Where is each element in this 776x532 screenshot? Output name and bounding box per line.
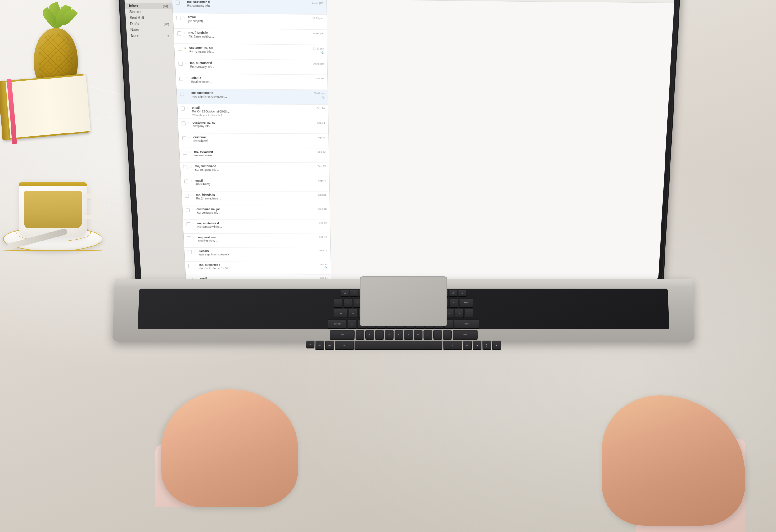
sidebar-item-drafts[interactable]: Drafts (10)	[126, 21, 173, 27]
key-space[interactable]	[355, 341, 442, 350]
mail-item-14[interactable]: ☆ me, friends in Re: 2 new notifica ... …	[182, 191, 330, 205]
mail-item-18[interactable]: ☆ Join us New Sign-in on Computer ... Se…	[184, 247, 331, 261]
mail-star-5[interactable]: ☆	[185, 62, 188, 65]
mail-item-19[interactable]: ☆ me, customer d Re: On 11 Sep at 11:00.…	[185, 261, 331, 275]
mail-star-15[interactable]: ☆	[192, 208, 195, 211]
key-fn[interactable]: fn	[307, 341, 315, 348]
mail-item-10[interactable]: ☆ customer (no subject) Sep 23	[179, 134, 329, 148]
key-comma[interactable]: ,	[423, 330, 432, 339]
mail-item-3[interactable]: ☆ me, friends in Re: 2 new notifica ... …	[174, 29, 327, 45]
mail-checkbox-18[interactable]	[188, 250, 192, 254]
mail-checkbox-7[interactable]	[180, 92, 184, 96]
mail-checkbox-6[interactable]	[179, 77, 183, 81]
mail-item-8[interactable]: ☆ email Re: On 23 October at 09:00,... W…	[177, 104, 328, 120]
mail-item-1[interactable]: ☆ me, customer d Re: company info ... 11…	[172, 0, 327, 15]
key-rbracket[interactable]: ]	[455, 309, 464, 318]
mail-checkbox-17[interactable]	[187, 236, 191, 240]
key-return[interactable]: return	[454, 319, 479, 328]
mail-checkbox-2[interactable]	[176, 16, 181, 20]
key-equals[interactable]: =	[449, 298, 458, 307]
key-delete[interactable]: delete	[459, 298, 473, 307]
key-tab[interactable]: tab	[334, 309, 348, 318]
key-period[interactable]: .	[433, 330, 442, 339]
key-esc[interactable]: esc	[341, 290, 349, 297]
key-f12[interactable]: 🔊	[449, 290, 457, 297]
mail-item-17[interactable]: ☆ me, customer Meeting today ... Sep 15	[184, 233, 330, 248]
key-cmd-left[interactable]: ⌘	[335, 341, 354, 350]
key-caps[interactable]: caps lock	[328, 319, 347, 328]
key-shift-right[interactable]: shift	[452, 330, 478, 339]
mail-checkbox-8[interactable]	[181, 107, 185, 111]
key-v[interactable]: V	[385, 330, 393, 339]
key-arrow-right[interactable]: ▶	[492, 341, 501, 350]
mail-item-5[interactable]: ☆ me, customer d Re: company info ... 10…	[175, 59, 328, 75]
key-arrow-updown[interactable]: ▲▼	[482, 341, 492, 350]
mail-checkbox-12[interactable]	[183, 165, 187, 169]
sidebar-item-starred[interactable]: Starred	[125, 9, 173, 15]
key-c[interactable]: C	[375, 330, 384, 339]
sidebar-item-notes[interactable]: Notes	[126, 27, 174, 33]
mail-star-11[interactable]: ☆	[189, 151, 192, 154]
key-backtick[interactable]: `	[334, 298, 342, 307]
mail-star-19[interactable]: ☆	[194, 264, 197, 267]
mail-checkbox-16[interactable]	[186, 222, 190, 226]
mail-star-2[interactable]: ☆	[183, 16, 186, 20]
key-ctrl[interactable]: ctrl	[315, 341, 324, 350]
key-slash[interactable]: /	[443, 330, 451, 339]
key-option-right[interactable]: opt	[463, 341, 472, 350]
mail-item-12[interactable]: ☆ me, customer d Re: company info ... Se…	[180, 163, 329, 177]
mail-item-16[interactable]: ☆ me, customer d Re: company info ... Se…	[183, 219, 330, 234]
mail-checkbox-14[interactable]	[185, 194, 189, 198]
mail-star-16[interactable]: ☆	[192, 222, 196, 225]
mail-star-3[interactable]: ☆	[183, 31, 187, 35]
mail-star-10[interactable]: ☆	[188, 136, 192, 140]
key-option-left[interactable]: opt	[325, 341, 334, 350]
mail-checkbox-15[interactable]	[186, 208, 190, 212]
mail-item-9[interactable]: ☆ customer no, co company info Sep 24	[178, 119, 329, 134]
key-a[interactable]: A	[348, 319, 356, 328]
mail-checkbox-4[interactable]	[178, 46, 182, 50]
sidebar-item-inbox[interactable]: Inbox (49)	[125, 3, 172, 9]
mail-item-7[interactable]: ☆ me, customer d New Sign-in on Computer…	[177, 89, 328, 105]
mail-star-12[interactable]: ☆	[189, 165, 193, 169]
mail-checkbox-11[interactable]	[183, 151, 187, 155]
mail-star-7[interactable]: ☆	[186, 92, 189, 95]
mail-star-1[interactable]: ☆	[182, 1, 185, 4]
trackpad[interactable]	[360, 276, 447, 326]
key-q[interactable]: Q	[349, 309, 357, 318]
sidebar-item-more[interactable]: More ▼	[127, 33, 174, 39]
mail-star-18[interactable]: ☆	[193, 250, 197, 253]
key-1[interactable]: 1	[343, 298, 352, 307]
mail-item-4[interactable]: ★ customer no, sal Re: company info ... …	[174, 44, 328, 60]
mail-item-15[interactable]: ☆ customer, no, jat Re: company info ...…	[182, 205, 330, 220]
mail-star-14[interactable]: ☆	[191, 194, 194, 197]
mail-checkbox-10[interactable]	[182, 136, 186, 140]
mail-item-2[interactable]: ☆ email (no subject) ... 11:15 pm	[173, 13, 327, 30]
mail-star-8[interactable]: ☆	[187, 107, 190, 110]
mail-star-17[interactable]: ☆	[193, 236, 196, 239]
mail-checkbox-3[interactable]	[177, 31, 181, 36]
key-z[interactable]: Z	[355, 330, 364, 339]
key-shift-left[interactable]: shift	[330, 330, 355, 339]
mail-checkbox-19[interactable]	[188, 264, 192, 268]
mail-item-6[interactable]: ☆ Join us Meeting today ... 10:30 am	[176, 74, 328, 90]
mail-checkbox-13[interactable]	[184, 180, 188, 184]
mail-item-11[interactable]: ☆ me, customer we want some ... Sep 23	[179, 148, 329, 163]
key-f1[interactable]: ☀	[350, 290, 358, 297]
key-b[interactable]: B	[394, 330, 403, 339]
mail-star-4[interactable]: ★	[184, 46, 187, 50]
mail-checkbox-1[interactable]	[176, 1, 180, 5]
sidebar-item-sent[interactable]: Sent Mail	[126, 15, 173, 21]
key-backslash[interactable]: \	[465, 309, 473, 318]
key-arrow-left[interactable]: ◀	[472, 341, 481, 350]
key-m[interactable]: M	[414, 330, 422, 339]
key-power[interactable]: ⏻	[458, 290, 466, 297]
key-n[interactable]: N	[404, 330, 413, 339]
mail-item-13[interactable]: ☆ email (no subject) ... Sep 21	[181, 177, 330, 191]
key-x[interactable]: X	[365, 330, 374, 339]
mail-star-6[interactable]: ☆	[185, 77, 189, 80]
key-cmd-right[interactable]: ⌘	[443, 341, 462, 350]
mail-checkbox-5[interactable]	[179, 62, 183, 66]
mail-star-9[interactable]: ☆	[187, 121, 191, 125]
mail-star-13[interactable]: ☆	[190, 180, 193, 183]
